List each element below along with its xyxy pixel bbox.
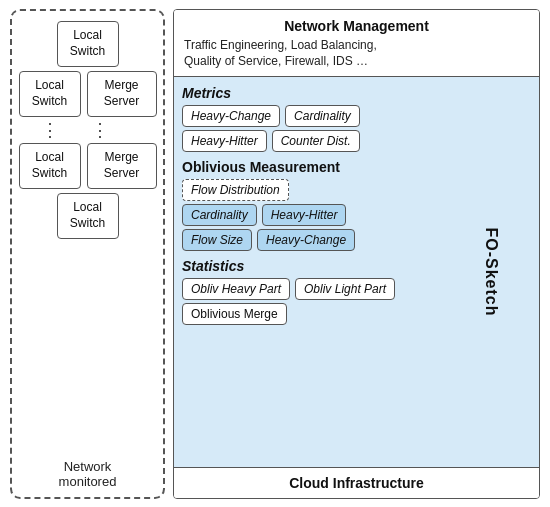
local-switch-4: LocalSwitch (57, 193, 119, 239)
tag-heavy-hitter: Heavy-Hitter (182, 130, 267, 152)
row-2: LocalSwitch MergeServer (18, 71, 157, 117)
tag-heavy-change-2: Heavy-Change (257, 229, 355, 251)
statistics-row-1: Obliv Heavy Part Obliv Light Part (182, 278, 531, 300)
oblivious-row-3: Flow Size Heavy-Change (182, 229, 531, 251)
merge-server-1: MergeServer (87, 71, 157, 117)
oblivious-row-2: Cardinality Heavy-Hitter (182, 204, 531, 226)
tag-counter-dist: Counter Dist. (272, 130, 360, 152)
metrics-row-2: Heavy-Hitter Counter Dist. (182, 130, 531, 152)
tag-flow-size: Flow Size (182, 229, 252, 251)
statistics-section-title: Statistics (182, 258, 531, 274)
oblivious-row-1: Flow Distribution (182, 179, 531, 201)
network-monitored-label: Networkmonitored (59, 459, 117, 489)
right-main: FO-Sketch Metrics Heavy-Change Cardinali… (174, 77, 539, 466)
merge-server-2: MergeServer (87, 143, 157, 189)
network-management-title: Network Management (184, 18, 529, 34)
tag-cardinality: Cardinality (285, 105, 360, 127)
right-header: Network Management Traffic Engineering, … (174, 10, 539, 78)
left-content: LocalSwitch LocalSwitch MergeServer ⋮ ⋮ … (18, 21, 157, 453)
header-subtitle: Traffic Engineering, Load Balancing,Qual… (184, 37, 529, 71)
metrics-row-1: Heavy-Change Cardinality (182, 105, 531, 127)
tag-cardinality-2: Cardinality (182, 204, 257, 226)
row-3: LocalSwitch MergeServer (18, 143, 157, 189)
dots-row: ⋮ ⋮ (18, 121, 157, 139)
dots-left: ⋮ (41, 121, 59, 139)
local-switch-2: LocalSwitch (19, 71, 81, 117)
local-switch-1: LocalSwitch (57, 21, 119, 67)
tag-heavy-hitter-2: Heavy-Hitter (262, 204, 347, 226)
metrics-section-title: Metrics (182, 85, 531, 101)
oblivious-measurement-title: Oblivious Measurement (182, 159, 531, 175)
fo-sketch-label: FO-Sketch (481, 227, 499, 316)
tag-obliv-light: Obliv Light Part (295, 278, 395, 300)
cloud-infrastructure-footer: Cloud Infrastructure (174, 467, 539, 498)
tag-oblivious-merge: Oblivious Merge (182, 303, 287, 325)
local-switch-3: LocalSwitch (19, 143, 81, 189)
tag-obliv-heavy: Obliv Heavy Part (182, 278, 290, 300)
statistics-row-2: Oblivious Merge (182, 303, 531, 325)
tag-heavy-change: Heavy-Change (182, 105, 280, 127)
dots-right: ⋮ (91, 121, 109, 139)
right-panel: Network Management Traffic Engineering, … (173, 9, 540, 499)
tag-flow-distribution: Flow Distribution (182, 179, 289, 201)
row-4: LocalSwitch (18, 193, 157, 239)
row-1: LocalSwitch (18, 21, 157, 67)
left-panel: LocalSwitch LocalSwitch MergeServer ⋮ ⋮ … (10, 9, 165, 499)
